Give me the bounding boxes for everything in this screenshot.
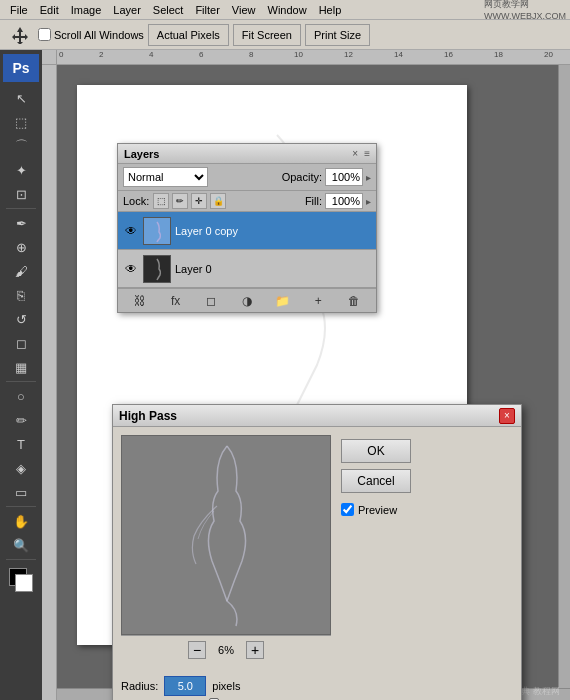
- layer-mask-btn[interactable]: ◻: [201, 292, 221, 310]
- opacity-arrow[interactable]: ▸: [366, 172, 371, 183]
- layer-visibility-0[interactable]: 👁: [123, 261, 139, 277]
- move-tool[interactable]: ↖: [9, 87, 33, 109]
- radius-input[interactable]: 5.0: [164, 676, 206, 696]
- svg-marker-0: [12, 27, 28, 44]
- new-layer-btn[interactable]: +: [308, 292, 328, 310]
- marquee-tool[interactable]: ⬚: [9, 111, 33, 133]
- dialog-body: − 6% + OK Cancel Preview: [113, 427, 521, 672]
- spot-heal-tool[interactable]: ⊕: [9, 236, 33, 258]
- layer-thumbnail-0: [143, 255, 171, 283]
- hand-tool[interactable]: ✋: [9, 510, 33, 532]
- cancel-button[interactable]: Cancel: [341, 469, 411, 493]
- layer-visibility-0-copy[interactable]: 👁: [123, 223, 139, 239]
- highpass-dialog: High Pass ×: [112, 404, 522, 700]
- lock-row: Lock: ⬚ ✏ ✛ 🔒 Fill: ▸: [118, 191, 376, 212]
- fill-input[interactable]: [325, 193, 363, 209]
- crop-tool[interactable]: ⊡: [9, 183, 33, 205]
- blend-mode-select[interactable]: Normal: [123, 167, 208, 187]
- ruler-vertical: [42, 65, 57, 700]
- layer-fx-btn[interactable]: fx: [166, 292, 186, 310]
- toolbox: Ps ↖ ⬚ ⌒ ✦ ⊡ ✒ ⊕ 🖌 ⎘ ↺ ◻ ▦ ○ ✏ T ◈ ▭ ✋ 🔍: [0, 50, 42, 700]
- lock-all-btn[interactable]: 🔒: [210, 193, 226, 209]
- menu-view[interactable]: View: [226, 2, 262, 18]
- zoom-in-btn[interactable]: +: [246, 641, 264, 659]
- lock-transparent-btn[interactable]: ⬚: [153, 193, 169, 209]
- canvas-area: 0 2 4 6 8 10 12 14 16 18 20 22 Layers × …: [42, 50, 570, 700]
- layers-panel-menu[interactable]: ×: [352, 148, 358, 159]
- lock-position-btn[interactable]: ✛: [191, 193, 207, 209]
- layers-panel: Layers × ≡ Normal Opacity: ▸ Lock: ⬚ ✏ ✛: [117, 143, 377, 313]
- highpass-preview: [121, 435, 331, 635]
- background-color[interactable]: [15, 574, 33, 592]
- dialog-title-bar: High Pass ×: [113, 405, 521, 427]
- brush-tool[interactable]: 🖌: [9, 260, 33, 282]
- radius-unit: pixels: [212, 680, 240, 692]
- zoom-out-btn[interactable]: −: [188, 641, 206, 659]
- type-tool[interactable]: T: [9, 433, 33, 455]
- dodge-tool[interactable]: ○: [9, 385, 33, 407]
- delete-layer-btn[interactable]: 🗑: [344, 292, 364, 310]
- opacity-control: Opacity: ▸: [282, 168, 371, 186]
- layers-bottom-toolbar: ⛓ fx ◻ ◑ 📁 + 🗑: [118, 288, 376, 312]
- new-group-btn[interactable]: 📁: [273, 292, 293, 310]
- radius-row: Radius: 5.0 pixels: [113, 672, 521, 700]
- preview-checkbox[interactable]: [341, 503, 354, 516]
- fg-bg-colors[interactable]: [5, 564, 37, 596]
- eyedropper-tool[interactable]: ✒: [9, 212, 33, 234]
- pen-tool[interactable]: ✏: [9, 409, 33, 431]
- ps-logo: Ps: [3, 54, 39, 82]
- fit-screen-button[interactable]: Fit Screen: [233, 24, 301, 46]
- menu-select[interactable]: Select: [147, 2, 190, 18]
- fill-label: Fill:: [305, 195, 322, 207]
- clone-tool[interactable]: ⎘: [9, 284, 33, 306]
- tool-separator-3: [6, 506, 36, 507]
- svg-rect-1: [122, 436, 331, 635]
- scroll-all-input[interactable]: [38, 28, 51, 41]
- gradient-tool[interactable]: ▦: [9, 356, 33, 378]
- zoom-value: 6%: [212, 644, 240, 656]
- vertical-scrollbar[interactable]: [558, 65, 570, 688]
- quick-select-tool[interactable]: ✦: [9, 159, 33, 181]
- actual-pixels-button[interactable]: Actual Pixels: [148, 24, 229, 46]
- menu-window[interactable]: Window: [262, 2, 313, 18]
- dialog-close-button[interactable]: ×: [499, 408, 515, 424]
- move-tool-icon[interactable]: [6, 23, 34, 47]
- fill-arrow[interactable]: ▸: [366, 196, 371, 207]
- lock-image-btn[interactable]: ✏: [172, 193, 188, 209]
- adjustment-layer-btn[interactable]: ◑: [237, 292, 257, 310]
- preview-checkbox-label[interactable]: Preview: [341, 503, 411, 516]
- layer-item-0[interactable]: 👁 Layer 0: [118, 250, 376, 288]
- layer-name-0: Layer 0: [175, 263, 212, 275]
- print-size-button[interactable]: Print Size: [305, 24, 370, 46]
- opacity-input[interactable]: [325, 168, 363, 186]
- lock-icons: ⬚ ✏ ✛ 🔒: [153, 193, 226, 209]
- layer-thumbnail-0-copy: [143, 217, 171, 245]
- path-selection-tool[interactable]: ◈: [9, 457, 33, 479]
- ok-button[interactable]: OK: [341, 439, 411, 463]
- menu-edit[interactable]: Edit: [34, 2, 65, 18]
- dialog-controls: OK Cancel Preview: [341, 435, 411, 664]
- menu-filter[interactable]: Filter: [189, 2, 225, 18]
- layers-blend-controls: Normal Opacity: ▸: [118, 164, 376, 191]
- shape-tool[interactable]: ▭: [9, 481, 33, 503]
- lasso-tool[interactable]: ⌒: [9, 135, 33, 157]
- options-toolbar: Scroll All Windows Actual Pixels Fit Scr…: [0, 20, 570, 50]
- menu-help[interactable]: Help: [313, 2, 348, 18]
- menu-layer[interactable]: Layer: [107, 2, 147, 18]
- zoom-tool[interactable]: 🔍: [9, 534, 33, 556]
- watermark-menu: 网页教学网 WWW.WEBJX.COM: [484, 0, 566, 21]
- menu-file[interactable]: File: [4, 2, 34, 18]
- link-layers-btn[interactable]: ⛓: [130, 292, 150, 310]
- scroll-all-checkbox[interactable]: Scroll All Windows: [38, 28, 144, 41]
- history-brush-tool[interactable]: ↺: [9, 308, 33, 330]
- radius-label: Radius:: [121, 680, 158, 692]
- zoom-controls: − 6% +: [121, 635, 331, 664]
- ruler-horizontal: 0 2 4 6 8 10 12 14 16 18 20 22: [57, 50, 570, 65]
- layers-title: Layers: [124, 148, 159, 160]
- tool-separator-2: [6, 381, 36, 382]
- menu-image[interactable]: Image: [65, 2, 108, 18]
- eraser-tool[interactable]: ◻: [9, 332, 33, 354]
- layers-panel-options[interactable]: ≡: [364, 148, 370, 159]
- layers-title-bar: Layers × ≡: [118, 144, 376, 164]
- layer-item-0-copy[interactable]: 👁 Layer 0 copy: [118, 212, 376, 250]
